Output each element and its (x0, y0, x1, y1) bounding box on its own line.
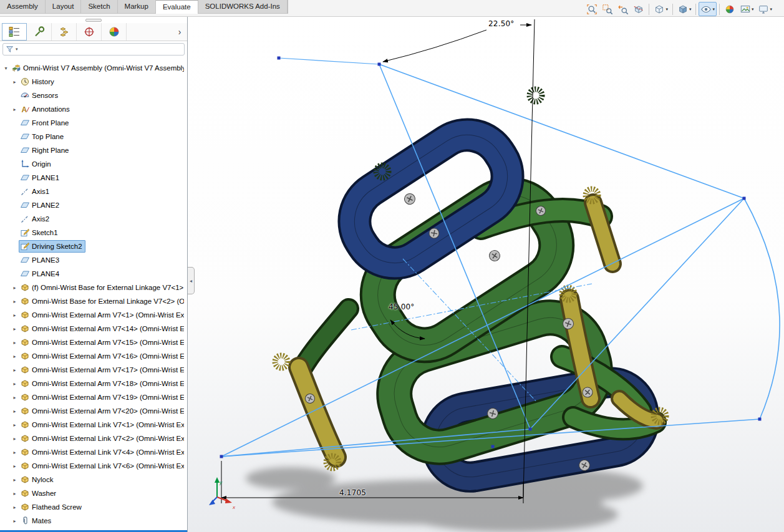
view-settings-icon[interactable]: ▾ (756, 2, 774, 16)
tree-item-omni-wrist-external-arm-v7-16-omni-wrist-e[interactable]: ▸Omni-Wrist External Arm V7<16> (Omni-Wr… (0, 349, 187, 363)
expand-arrow-icon[interactable]: ▸ (11, 285, 19, 291)
tree-item-omni-wrist-external-link-v7-6-omni-wrist-ex[interactable]: ▸Omni-Wrist External Link V7<6> (Omni-Wr… (0, 459, 187, 473)
display-style-icon[interactable]: ▾ (675, 2, 694, 16)
tab-layout[interactable]: Layout (46, 0, 82, 14)
tree-item-omni-wrist-external-arm-v7-17-omni-wrist-e[interactable]: ▸Omni-Wrist External Arm V7<17> (Omni-Wr… (0, 363, 187, 377)
view-orientation-icon[interactable]: ▾ (652, 2, 670, 16)
propertymanager-tab[interactable] (27, 23, 52, 41)
tree-item-content[interactable]: Omni-Wrist External Link V7<6> (Omni-Wri… (19, 460, 187, 472)
tree-item-front-plane[interactable]: Front Plane (0, 116, 187, 130)
tree-item-content[interactable]: Nylock (19, 473, 57, 486)
tree-item-axis1[interactable]: Axis1 (0, 185, 187, 198)
tree-item-washer[interactable]: ▸Washer (0, 486, 187, 500)
expand-arrow-icon[interactable]: ▸ (11, 354, 19, 359)
tree-item-omni-wrist-external-arm-v7-1-omni-wrist-ex[interactable]: ▸Omni-Wrist External Arm V7<1> (Omni-Wri… (0, 308, 187, 322)
dropdown-caret-icon[interactable]: ▾ (689, 7, 692, 12)
tree-item-content[interactable]: Omni-Wrist External Link V7<4> (Omni-Wri… (19, 446, 187, 458)
expand-arrow-icon[interactable]: ▸ (11, 381, 19, 387)
expand-arrow-icon[interactable]: ▸ (11, 450, 19, 455)
tree-item-flathead-screw[interactable]: ▸Flathead Screw (0, 500, 187, 514)
dropdown-caret-icon[interactable]: ▾ (752, 7, 754, 12)
filter-dropdown-caret-icon[interactable]: ▾ (16, 47, 18, 52)
tree-item-sensors[interactable]: Sensors (0, 89, 187, 102)
tree-item-content[interactable]: Mates (19, 515, 54, 527)
tree-item-history[interactable]: ▸History (0, 75, 187, 89)
filter-input[interactable] (19, 44, 181, 54)
tree-item-content[interactable]: Flathead Screw (19, 501, 85, 513)
panel-grip[interactable] (0, 17, 187, 23)
tree-item-origin[interactable]: Origin (0, 157, 187, 171)
tree-item-content[interactable]: Omni-Wrist External Arm V7<19> (Omni-Wri… (19, 391, 187, 404)
configurationmanager-tab[interactable] (52, 23, 77, 41)
tab-markup[interactable]: Markup (118, 0, 156, 14)
tree-item-content[interactable]: PLANE3 (19, 254, 62, 266)
dropdown-caret-icon[interactable]: ▾ (665, 7, 668, 12)
tree-item-omni-wrist-external-arm-v7-19-omni-wrist-e[interactable]: ▸Omni-Wrist External Arm V7<19> (Omni-Wr… (0, 390, 187, 404)
displaymanager-tab[interactable] (102, 23, 127, 41)
tree-item-f-omni-wrist-base-for-external-linkage-v7-1[interactable]: ▸(f) Omni-Wrist Base for External Linkag… (0, 281, 187, 294)
tree-item-nylock[interactable]: ▸Nylock (0, 473, 187, 486)
tree-item-content[interactable]: Omni-Wrist External Arm V7<18> (Omni-Wri… (19, 377, 187, 390)
tree-item-content[interactable]: (f) Omni-Wrist Base for External Linkage… (19, 281, 186, 294)
tree-item-content[interactable]: Sensors (19, 89, 61, 102)
tree-item-plane3[interactable]: PLANE3 (0, 253, 187, 267)
tree-item-content[interactable]: Omni-Wrist External Arm V7<16> (Omni-Wri… (19, 350, 187, 362)
dimxpertmanager-tab[interactable] (77, 23, 102, 41)
expand-arrow-icon[interactable]: ▸ (11, 312, 19, 318)
model-yellow-link-left[interactable] (299, 367, 336, 457)
zoom-to-fit-icon[interactable] (584, 2, 599, 16)
tree-item-omni-wrist-external-arm-v7-14-omni-wrist-e[interactable]: ▸Omni-Wrist External Arm V7<14> (Omni-Wr… (0, 322, 187, 336)
expand-arrow-icon[interactable]: ▾ (2, 65, 10, 71)
tree-item-content[interactable]: Omni-Wrist V7 Assembly (Omni-Wrist V7 As… (10, 62, 187, 74)
expand-arrow-icon[interactable]: ▸ (11, 326, 19, 332)
tree-item-content[interactable]: Top Plane (19, 130, 67, 143)
expand-arrow-icon[interactable]: ▸ (11, 367, 19, 373)
tree-item-omni-wrist-base-for-external-linkage-v7-2-o[interactable]: ▸Omni-Wrist Base for External Linkage V7… (0, 294, 187, 308)
expand-arrow-icon[interactable]: ▸ (11, 79, 19, 85)
tree-item-content[interactable]: Axis1 (19, 185, 52, 198)
tab-evaluate[interactable]: Evaluate (156, 0, 198, 14)
expand-arrow-icon[interactable]: ▸ (11, 505, 19, 510)
tree-item-content[interactable]: Omni-Wrist External Arm V7<20> (Omni-Wri… (19, 405, 187, 417)
expand-arrow-icon[interactable]: ▸ (11, 340, 19, 346)
dimension-angle-top[interactable]: 22.50° (488, 19, 515, 28)
tree-item-content[interactable]: PLANE2 (19, 199, 62, 211)
featuremanager-tree-tab[interactable] (2, 23, 27, 41)
expand-arrow-icon[interactable]: ▸ (11, 107, 19, 112)
dropdown-caret-icon[interactable]: ▾ (770, 7, 772, 12)
tree-item-plane1[interactable]: PLANE1 (0, 171, 187, 185)
expand-arrow-icon[interactable]: ▸ (11, 491, 19, 496)
edit-appearance-icon[interactable] (722, 2, 737, 16)
tree-item-content[interactable]: Omni-Wrist External Link V7<2> (Omni-Wri… (19, 432, 187, 445)
expand-arrow-icon[interactable]: ▸ (11, 518, 19, 524)
section-view-icon[interactable] (631, 2, 646, 16)
tree-item-content[interactable]: Omni-Wrist Base for External Linkage V7<… (19, 295, 187, 307)
tree-item-content[interactable]: Sketch1 (19, 226, 61, 239)
tree-item-content[interactable]: Front Plane (19, 117, 72, 129)
tree-item-content[interactable]: PLANE4 (19, 268, 62, 280)
panel-collapse-handle[interactable]: ◂ (188, 267, 195, 294)
panel-tabs-overflow-chevron[interactable]: › (172, 23, 187, 41)
tree-item-omni-wrist-external-link-v7-1-omni-wrist-ex[interactable]: ▸Omni-Wrist External Link V7<1> (Omni-Wr… (0, 418, 187, 432)
tree-item-content[interactable]: Origin (19, 158, 54, 170)
tree-item-content[interactable]: Omni-Wrist External Arm V7<17> (Omni-Wri… (19, 364, 187, 376)
tab-sketch[interactable]: Sketch (81, 0, 117, 14)
expand-arrow-icon[interactable]: ▸ (11, 436, 19, 442)
dropdown-caret-icon[interactable]: ▾ (712, 7, 715, 12)
tree-item-sketch1[interactable]: Sketch1 (0, 226, 187, 239)
expand-arrow-icon[interactable]: ▸ (11, 299, 19, 304)
tree-item-driving-sketch2[interactable]: Driving Sketch2 (0, 239, 187, 253)
previous-view-icon[interactable] (616, 2, 631, 16)
model-green-arm-left[interactable] (304, 309, 349, 366)
tree-item-omni-wrist-external-arm-v7-18-omni-wrist-e[interactable]: ▸Omni-Wrist External Arm V7<18> (Omni-Wr… (0, 377, 187, 390)
tree-item-content[interactable]: Washer (19, 487, 59, 500)
dimension-linear-bottom[interactable]: 4.1705 (339, 488, 366, 497)
tree-item-content[interactable]: Omni-Wrist External Link V7<1> (Omni-Wri… (19, 418, 187, 431)
expand-arrow-icon[interactable]: ▸ (11, 395, 19, 400)
hide-show-items-icon[interactable]: ▾ (699, 2, 717, 16)
graphics-viewport[interactable]: x y 22.50° 45.00° 4.1705 (188, 17, 784, 532)
tree-item-content[interactable]: AAnnotations (19, 103, 73, 115)
tree-item-omni-wrist-external-link-v7-4-omni-wrist-ex[interactable]: ▸Omni-Wrist External Link V7<4> (Omni-Wr… (0, 445, 187, 459)
graphics-scene[interactable]: x y (188, 17, 784, 532)
tree-item-content[interactable]: Omni-Wrist External Arm V7<15> (Omni-Wri… (19, 336, 187, 349)
